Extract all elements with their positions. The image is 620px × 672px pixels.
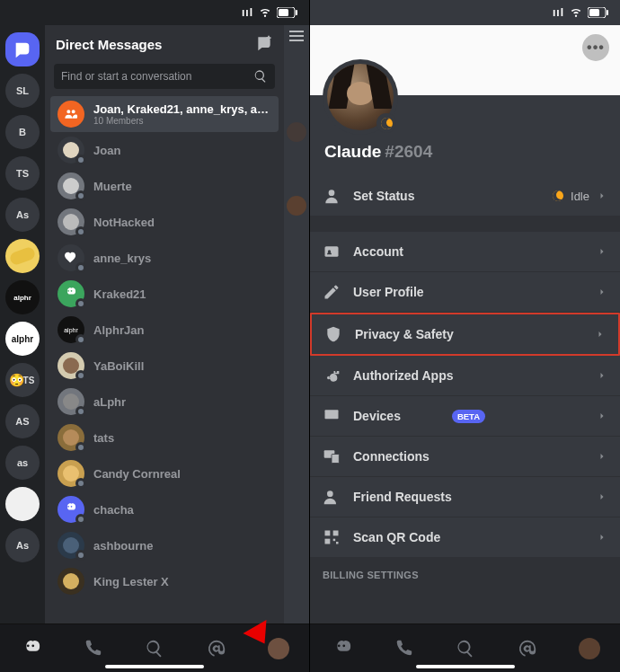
more-icon[interactable]: •••	[582, 34, 609, 61]
row-friend-requests[interactable]: Friend Requests	[310, 477, 620, 517]
dm-header-title: Direct Messages	[56, 37, 162, 52]
server-rail[interactable]: SL B TS As alphr alphr 😳TS AS as As	[0, 25, 45, 623]
dm-item[interactable]: NotHacked	[50, 204, 279, 240]
row-connections[interactable]: Connections	[310, 437, 620, 477]
row-devices[interactable]: Devices BETA	[310, 396, 620, 437]
dm-item[interactable]: anne_krys	[50, 240, 279, 276]
nav-mentions[interactable]	[199, 631, 235, 667]
server-item[interactable]: AS	[5, 404, 40, 438]
avatar: alphr	[58, 316, 84, 343]
search-icon	[253, 69, 268, 84]
svg-rect-14	[333, 531, 339, 536]
server-item[interactable]: As	[5, 198, 40, 232]
row-label: Account	[353, 244, 584, 259]
row-scan-qr[interactable]: Scan QR Code	[310, 517, 620, 557]
server-item[interactable]: SL	[5, 74, 40, 108]
dm-list[interactable]: Joan, Kraked21, anne_krys, aLph... 10 Me…	[45, 96, 284, 623]
avatar	[58, 352, 84, 379]
dm-item[interactable]: ashbourne	[50, 527, 279, 563]
profile-header: ••• Claude #2604	[310, 25, 620, 176]
server-item[interactable]: alphr	[5, 322, 40, 356]
dm-item[interactable]: tats	[50, 420, 279, 455]
search-placeholder: Find or start a conversation	[61, 70, 253, 83]
dm-name: Muerte	[93, 180, 132, 193]
server-item[interactable]	[5, 239, 40, 273]
hamburger-icon[interactable]	[289, 31, 304, 41]
dm-members: 10 Members	[93, 116, 271, 126]
dm-name: NotHacked	[93, 216, 155, 229]
dm-item[interactable]: Joan	[50, 132, 279, 168]
dm-name: AlphrJan	[93, 323, 144, 337]
dm-item[interactable]: Candy Cornreal	[50, 455, 279, 491]
avatar	[58, 424, 84, 451]
dm-item[interactable]: aLphr	[50, 384, 279, 420]
nav-friends[interactable]	[75, 631, 111, 667]
bottom-nav	[0, 623, 309, 672]
chevron-right-icon	[597, 246, 607, 257]
avatar	[58, 388, 84, 415]
dm-screen: ııl SL B TS As alphr alphr 😳TS AS as As	[0, 0, 310, 672]
settings-list[interactable]: Set Status Idle Account User Profile	[310, 176, 620, 623]
row-privacy-safety[interactable]: Privacy & Safety	[310, 313, 620, 356]
chevron-right-icon	[597, 190, 607, 201]
nav-home[interactable]	[323, 631, 359, 667]
dm-group-item[interactable]: Joan, Kraked21, anne_krys, aLph... 10 Me…	[50, 96, 279, 132]
shield-icon	[324, 325, 342, 343]
row-label: Friend Requests	[353, 490, 584, 504]
avatar	[58, 244, 84, 271]
server-item[interactable]: alphr	[5, 280, 40, 314]
nav-friends[interactable]	[385, 631, 421, 667]
svg-rect-5	[607, 10, 608, 15]
avatar	[58, 137, 84, 164]
nav-home[interactable]	[13, 631, 49, 667]
dm-item[interactable]: chacha	[50, 491, 279, 527]
server-item[interactable]	[5, 487, 40, 521]
connections-icon	[323, 447, 341, 465]
row-user-profile[interactable]: User Profile	[310, 272, 620, 313]
server-item[interactable]: TS	[5, 156, 40, 190]
dm-name: aLphr	[93, 395, 126, 409]
svg-point-6	[329, 190, 335, 196]
svg-rect-13	[325, 531, 331, 536]
dm-name: anne_krys	[93, 252, 151, 265]
nav-search[interactable]	[447, 631, 483, 667]
server-item[interactable]: As	[5, 528, 40, 562]
row-authorized-apps[interactable]: Authorized Apps	[310, 356, 620, 396]
row-label: Connections	[353, 449, 584, 464]
dm-item[interactable]: Muerte	[50, 168, 279, 204]
wifi-icon	[570, 5, 582, 21]
pencil-icon	[323, 283, 341, 301]
dm-item[interactable]: King Lester X	[50, 563, 279, 599]
status-icon	[323, 187, 341, 205]
avatar	[58, 280, 84, 307]
dm-item[interactable]: YaBoiKill	[50, 348, 279, 384]
row-account[interactable]: Account	[310, 232, 620, 272]
dm-search[interactable]: Find or start a conversation	[54, 64, 275, 89]
server-item[interactable]: as	[5, 446, 40, 480]
dm-item[interactable]: alphr AlphrJan	[50, 312, 279, 348]
svg-rect-16	[333, 539, 336, 542]
status-value: Idle	[571, 190, 589, 203]
signal-icon: ııl	[553, 6, 564, 19]
new-dm-icon[interactable]	[255, 34, 273, 55]
nav-mentions[interactable]	[509, 631, 545, 667]
server-item[interactable]: B	[5, 115, 40, 149]
row-set-status[interactable]: Set Status Idle	[310, 176, 620, 216]
idle-moon-icon	[553, 190, 563, 201]
server-item[interactable]: 😳TS	[5, 363, 40, 397]
battery-icon	[588, 7, 609, 18]
dm-name: King Lester X	[93, 575, 169, 588]
dm-item[interactable]: Kraked21	[50, 276, 279, 312]
chevron-right-icon	[597, 451, 607, 462]
nav-profile[interactable]	[571, 631, 607, 667]
nav-search[interactable]	[137, 631, 173, 667]
home-server[interactable]	[5, 32, 40, 66]
avatar[interactable]	[323, 59, 398, 135]
key-icon	[323, 367, 341, 385]
svg-point-12	[327, 491, 333, 497]
dm-name: Joan, Kraked21, anne_krys, aLph...	[93, 102, 271, 116]
chevron-right-icon	[595, 329, 606, 340]
svg-rect-15	[325, 539, 331, 544]
username: Claude	[324, 142, 381, 162]
svg-rect-7	[325, 246, 339, 257]
